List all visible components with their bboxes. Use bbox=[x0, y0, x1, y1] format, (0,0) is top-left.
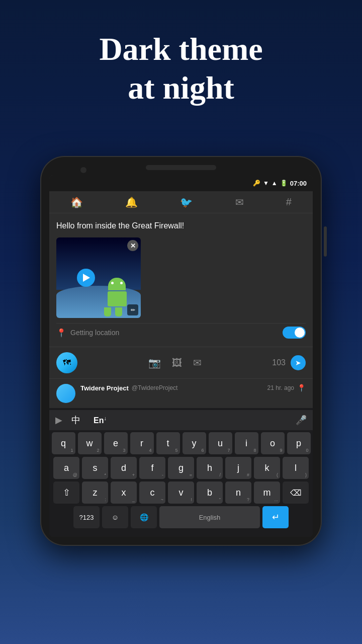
key-f[interactable]: f- bbox=[139, 457, 165, 479]
key-k[interactable]: k( bbox=[254, 457, 280, 479]
key-e[interactable]: e3 bbox=[104, 432, 128, 454]
key-x[interactable]: x_ bbox=[111, 481, 137, 504]
key-j[interactable]: j# bbox=[225, 457, 251, 479]
user-name: Twidere Project bbox=[80, 384, 129, 392]
location-pin-icon: 📍 bbox=[56, 328, 66, 338]
key-p[interactable]: p0 bbox=[287, 432, 311, 454]
nav-search-icon[interactable]: # bbox=[286, 196, 292, 208]
nav-tweet-icon[interactable]: 🐦 bbox=[180, 196, 193, 208]
language-selector[interactable]: En↓ bbox=[94, 415, 107, 425]
phone-body: 🔑 ▼ ▲ 🔋 07:00 🏠 🔔 🐦 ✉ # bbox=[40, 156, 322, 546]
status-time: 07:00 bbox=[290, 180, 307, 187]
mic-icon[interactable]: 🎤 bbox=[296, 415, 307, 426]
key-o[interactable]: o9 bbox=[261, 432, 285, 454]
image-icon[interactable]: 🖼 bbox=[172, 357, 182, 369]
phone-camera bbox=[80, 167, 86, 173]
phone-speaker bbox=[146, 165, 216, 170]
key-b[interactable]: b" bbox=[197, 481, 223, 504]
numbers-key[interactable]: ?123 bbox=[73, 506, 100, 528]
nav-messages-icon[interactable]: ✉ bbox=[235, 196, 244, 208]
signal-icon: ▲ bbox=[272, 180, 278, 187]
action-bar: 🗺 📷 🖼 ✉ 103 ➤ bbox=[49, 347, 313, 378]
keyboard-arrow-icon[interactable]: ▶ bbox=[55, 415, 62, 426]
compose-area: Hello from inside the Great Firewall! bbox=[49, 213, 313, 347]
key-z[interactable]: z: bbox=[82, 481, 108, 504]
space-key[interactable]: English bbox=[159, 506, 260, 528]
globe-key[interactable]: 🌐 bbox=[131, 506, 157, 528]
key-row-3: ⇧ z: x_ c~ v! b" n? m... ⌫ bbox=[52, 481, 310, 504]
key-c[interactable]: c~ bbox=[139, 481, 165, 504]
keyboard-bottom bbox=[49, 533, 313, 537]
android-leg-right bbox=[115, 307, 122, 316]
tweet-info: Twidere Project @TwidereProject 21 hr. a… bbox=[80, 384, 306, 392]
status-bar: 🔑 ▼ ▲ 🔋 07:00 bbox=[49, 175, 313, 191]
action-icons: 📷 🖼 ✉ bbox=[148, 357, 202, 369]
android-leg-left bbox=[104, 307, 111, 316]
keyboard: ▶ 中 En↓ 🎤 q1 w2 e3 bbox=[49, 408, 313, 537]
mail-icon[interactable]: ✉ bbox=[193, 357, 202, 369]
play-triangle-icon bbox=[83, 274, 90, 282]
status-icons: 🔑 ▼ ▲ 🔋 07:00 bbox=[253, 180, 307, 187]
tweet-location-icon: 📍 bbox=[297, 384, 306, 392]
shift-key[interactable]: ⇧ bbox=[53, 481, 79, 504]
key-w[interactable]: w2 bbox=[78, 432, 102, 454]
battery-icon: 🔋 bbox=[280, 180, 288, 187]
media-thumbnail[interactable]: ✕ ✏ bbox=[56, 237, 141, 318]
char-count: 103 bbox=[272, 358, 286, 367]
send-button[interactable]: ➤ bbox=[291, 355, 306, 370]
android-head bbox=[108, 278, 126, 290]
key-m[interactable]: m... bbox=[254, 481, 280, 504]
key-h[interactable]: h/ bbox=[197, 457, 223, 479]
phone-mockup: 🔑 ▼ ▲ 🔋 07:00 🏠 🔔 🐦 ✉ # bbox=[40, 156, 322, 546]
nav-notifications-icon[interactable]: 🔔 bbox=[125, 196, 138, 208]
toggle-knob bbox=[295, 328, 305, 338]
key-i[interactable]: i8 bbox=[235, 432, 258, 454]
char-count-send: 103 ➤ bbox=[272, 355, 306, 370]
tweet-user: Twidere Project @TwidereProject 21 hr. a… bbox=[80, 384, 306, 392]
key-q[interactable]: q1 bbox=[52, 432, 75, 454]
avatar bbox=[56, 384, 75, 403]
maps-icon[interactable]: 🗺 bbox=[56, 352, 77, 373]
key-row-1: q1 w2 e3 r4 t5 y6 u7 i8 o9 p0 bbox=[52, 432, 310, 454]
key-u[interactable]: u7 bbox=[209, 432, 232, 454]
location-text: Getting location bbox=[70, 329, 119, 337]
wifi-icon: ▼ bbox=[263, 180, 269, 187]
backspace-key[interactable]: ⌫ bbox=[283, 481, 309, 504]
key-g[interactable]: g= bbox=[168, 457, 194, 479]
headline: Dark theme at night bbox=[0, 30, 362, 108]
key-d[interactable]: d+ bbox=[111, 457, 137, 479]
cjk-icon[interactable]: 中 bbox=[71, 414, 80, 426]
phone-screen: 🔑 ▼ ▲ 🔋 07:00 🏠 🔔 🐦 ✉ # bbox=[49, 175, 313, 537]
key-a[interactable]: a@ bbox=[53, 457, 79, 479]
play-button[interactable] bbox=[77, 269, 95, 287]
keyboard-toolbar: ▶ 中 En↓ 🎤 bbox=[49, 410, 313, 430]
key-s[interactable]: s* bbox=[82, 457, 108, 479]
key-y[interactable]: y6 bbox=[183, 432, 206, 454]
tweet-text[interactable]: Hello from inside the Great Firewall! bbox=[56, 220, 306, 231]
key-n[interactable]: n? bbox=[225, 481, 251, 504]
location-row: 📍 Getting location bbox=[56, 323, 306, 342]
key-v[interactable]: v! bbox=[168, 481, 194, 504]
android-body bbox=[108, 291, 127, 306]
location-left: 📍 Getting location bbox=[56, 328, 119, 338]
key-row-4: ?123 ☺ 🌐 English ↵ bbox=[52, 506, 310, 528]
keyboard-keys: q1 w2 e3 r4 t5 y6 u7 i8 o9 p0 bbox=[49, 430, 313, 533]
camera-icon[interactable]: 📷 bbox=[148, 357, 161, 369]
tweet-time: 21 hr. ago bbox=[267, 384, 294, 391]
timeline-item: Twidere Project @TwidereProject 21 hr. a… bbox=[49, 378, 313, 408]
user-handle: @TwidereProject bbox=[132, 384, 178, 391]
location-toggle[interactable] bbox=[283, 327, 306, 339]
android-figure bbox=[103, 278, 131, 313]
volume-button bbox=[324, 226, 327, 257]
key-t[interactable]: t5 bbox=[156, 432, 180, 454]
android-eye-right bbox=[120, 282, 123, 284]
key-l[interactable]: l) bbox=[283, 457, 309, 479]
key-icon: 🔑 bbox=[253, 180, 260, 187]
nav-home-icon[interactable]: 🏠 bbox=[70, 196, 83, 208]
key-row-2: a@ s* d+ f- g= h/ j# k( l) bbox=[52, 457, 310, 479]
enter-key[interactable]: ↵ bbox=[262, 506, 289, 528]
key-r[interactable]: r4 bbox=[130, 432, 154, 454]
edit-media-button[interactable]: ✏ bbox=[127, 304, 138, 315]
emoji-key[interactable]: ☺ bbox=[102, 506, 128, 528]
nav-bar: 🏠 🔔 🐦 ✉ # bbox=[49, 191, 313, 213]
